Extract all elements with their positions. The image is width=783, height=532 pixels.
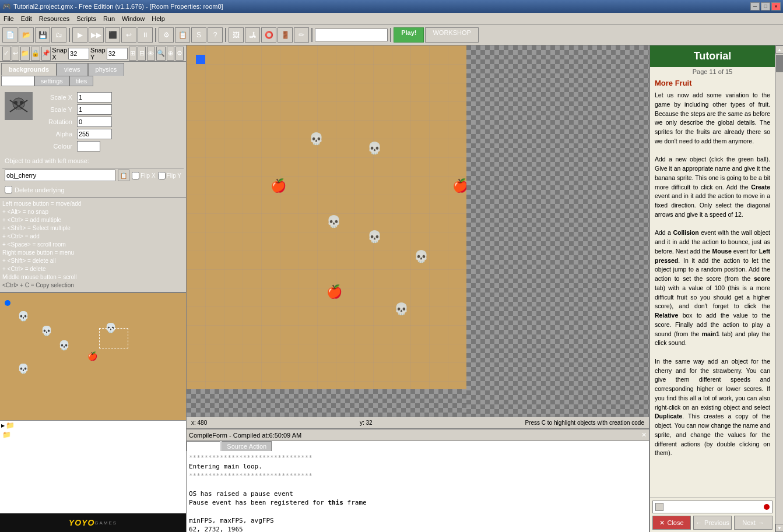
checkmark-tool[interactable]: ✓ [2, 47, 10, 61]
next-arrow-icon: → [758, 519, 764, 526]
colour-picker[interactable] [77, 141, 100, 152]
subtab-objects[interactable]: objects [1, 76, 34, 86]
tutorial-scrollbar[interactable]: ▲ ▼ [775, 45, 783, 532]
scale-x-input[interactable] [77, 92, 112, 103]
tree-game-info[interactable]: ℹ Game Information [0, 439, 186, 448]
mini-selection [99, 328, 128, 348]
tab-source[interactable]: Source Action [222, 441, 272, 451]
menu-resources[interactable]: Resources [36, 14, 73, 23]
workshop-button[interactable]: WORKSHOP [425, 27, 478, 43]
new-button[interactable]: 📄 [2, 27, 17, 43]
target-label: Steam WORKSHOP [318, 31, 376, 38]
pause-button[interactable]: ⏸ [138, 27, 153, 43]
subtab-settings[interactable]: settings [34, 76, 69, 86]
scale-y-input[interactable] [77, 104, 112, 115]
flip-y-checkbox[interactable]: Flip Y [158, 172, 181, 179]
left-panel: ✓ ↩ 📁 🔒 📌 Snap X Snap Y ⊞ ⊟ 👁 🔍 ⊕ ⚙ back… [0, 45, 187, 532]
next-label: Next [742, 519, 756, 526]
flip-x-label: Flip X [141, 172, 156, 179]
alpha-input[interactable] [77, 129, 112, 139]
tree-global-settings[interactable]: ⚙ Global Game Settings [0, 448, 186, 457]
tree-extensions[interactable]: 📁 Extensions [0, 430, 186, 439]
objects-btn[interactable]: ⭕ [261, 27, 276, 43]
rooms-btn[interactable]: 🚪 [278, 27, 293, 43]
run-button[interactable]: ▶ [72, 27, 87, 43]
title-bar-controls: ─ □ × [750, 2, 781, 10]
open-button[interactable]: 📂 [19, 27, 34, 43]
tab-physics[interactable]: physics [88, 63, 125, 76]
menu-file[interactable]: File [0, 14, 17, 23]
room-tool-row: ✓ ↩ 📁 🔒 📌 Snap X Snap Y ⊞ ⊟ 👁 🔍 ⊕ ⚙ [0, 45, 186, 62]
canvas-apple-2: 🍎 [326, 284, 342, 300]
delete-underlying-check[interactable] [5, 186, 12, 193]
canvas-checkered-bottom [187, 389, 466, 417]
instr-line2: + <Alt> = no snap [2, 208, 184, 216]
zoom-out[interactable]: 🔍 [156, 47, 166, 61]
view-toggle[interactable]: 👁 [147, 47, 155, 61]
compile-close-btn[interactable]: ✕ [641, 431, 647, 439]
subtab-tiles[interactable]: tiles [69, 76, 94, 86]
lock-tool[interactable]: 🔒 [31, 47, 40, 61]
minimize-button[interactable]: ─ [750, 2, 760, 10]
alpha-label: Alpha [37, 131, 72, 138]
tutorial-footer: Insert Object ✕ Close ← Previous Next → [650, 498, 775, 532]
select-object-btn[interactable]: 📋 [118, 170, 129, 181]
object-editor: Scale X Scale Y Rotation Alpha [0, 87, 186, 197]
debug-button[interactable]: ▶▶ [89, 27, 104, 43]
back-button[interactable]: ↩ [121, 27, 136, 43]
compile-fps-vals: 62, 2732, 1965 [189, 525, 647, 532]
object-preview [5, 92, 33, 120]
resource-button[interactable]: 📋 [175, 27, 190, 43]
target-dropdown[interactable]: Steam WORKSHOP ▼ [315, 29, 388, 41]
menu-run[interactable]: Run [100, 14, 118, 23]
close-button[interactable]: × [771, 2, 781, 10]
title-bar-title: 🎮 Tutorial2.project.gmx - Free Edition (… [2, 2, 223, 10]
prev-tutorial-button[interactable]: ← Previous [693, 516, 732, 530]
menu-scripts[interactable]: Scripts [73, 14, 100, 23]
draw-btn[interactable]: ✏ [294, 27, 309, 43]
tree-included-files[interactable]: ▶ 📁 Included Files [0, 421, 186, 430]
tab-views[interactable]: views [57, 63, 88, 76]
zoom-in[interactable]: ⊕ [167, 47, 175, 61]
snap-tool[interactable]: 📌 [41, 47, 51, 61]
settings-cog[interactable]: ⚙ [175, 47, 184, 61]
scroll-down[interactable]: ▼ [775, 524, 783, 532]
flip-x-checkbox[interactable]: Flip X [132, 172, 156, 179]
script-button[interactable]: S [191, 27, 206, 43]
save-button[interactable]: 💾 [35, 27, 50, 43]
tab-backgrounds[interactable]: backgrounds [1, 63, 57, 76]
flip-x-check[interactable] [132, 172, 139, 179]
scroll-up[interactable]: ▲ [775, 45, 783, 54]
snap-x-input[interactable] [68, 48, 89, 59]
game-info-icon: ℹ [2, 440, 5, 448]
help-button[interactable]: ? [208, 27, 223, 43]
flip-y-check[interactable] [158, 172, 166, 179]
play-button[interactable]: Play! [394, 27, 424, 43]
rotation-input[interactable] [77, 117, 112, 127]
room-canvas[interactable]: 🍎 🍎 💀 💀 💀 💀 💀 💀 🍎 x: 480 y: 32 Pr [187, 45, 649, 428]
menu-window[interactable]: Window [118, 14, 148, 23]
game-info-label: Game Information [7, 441, 58, 448]
tutorial-header: Tutorial [650, 45, 775, 67]
grid-lines[interactable]: ⊟ [138, 47, 146, 61]
compile-button[interactable]: ⚙ [159, 27, 174, 43]
grid-toggle[interactable]: ⊞ [129, 47, 137, 61]
tab-compile[interactable]: Compile [187, 441, 220, 451]
move-tool[interactable]: 📁 [20, 47, 30, 61]
menu-help[interactable]: Help [148, 14, 168, 23]
save-as-button[interactable]: 🗂 [51, 27, 66, 43]
menu-edit[interactable]: Edit [17, 14, 36, 23]
object-select-input[interactable] [5, 170, 115, 181]
cursor-tool[interactable]: ↩ [12, 47, 20, 61]
bg-btn[interactable]: 🏞 [245, 27, 260, 43]
stop-button[interactable]: ⬛ [105, 27, 120, 43]
next-tutorial-button[interactable]: Next → [734, 516, 773, 530]
add-object-label: Object to add with left mouse: [2, 156, 184, 165]
close-tutorial-button[interactable]: ✕ Close [652, 516, 691, 530]
scroll-thumb[interactable] [776, 55, 783, 72]
sprites-btn[interactable]: 🖼 [229, 27, 244, 43]
maximize-button[interactable]: □ [761, 2, 770, 10]
snap-y-input[interactable] [107, 48, 128, 59]
included-icon: 📁 [6, 421, 15, 429]
rotation-row: Rotation [37, 117, 112, 127]
